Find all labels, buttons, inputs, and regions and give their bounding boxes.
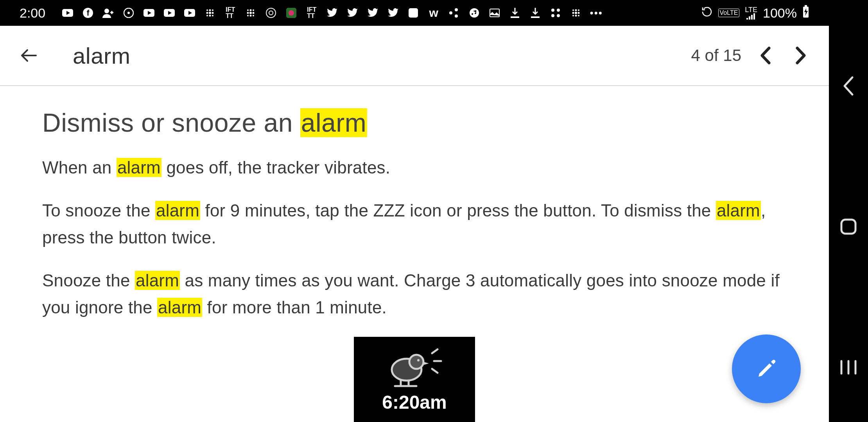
svg-rect-59 — [753, 13, 755, 20]
grid-icon — [550, 7, 561, 19]
svg-text:f: f — [87, 9, 90, 17]
prev-result-button[interactable] — [755, 45, 777, 66]
svg-point-29 — [250, 15, 252, 17]
svg-point-34 — [289, 10, 294, 16]
svg-rect-35 — [409, 8, 418, 18]
status-time: 2:00 — [20, 5, 45, 21]
lte-indicator: LTE — [745, 6, 757, 20]
svg-point-53 — [572, 15, 574, 16]
svg-point-23 — [250, 9, 252, 11]
svg-point-65 — [417, 359, 420, 361]
flower-icon — [285, 7, 297, 19]
article-paragraph: Snooze the alarm as many times as you wa… — [42, 267, 787, 321]
twitter-icon — [326, 7, 338, 19]
device-preview-image: 6:20am — [354, 337, 475, 422]
svg-point-46 — [557, 14, 560, 17]
status-notification-icons: f IFTTT IFTTT w — [62, 7, 602, 19]
volte-indicator: VoLTE — [718, 9, 740, 17]
nav-back-button[interactable] — [837, 74, 860, 98]
wattpad-icon: w — [428, 7, 439, 19]
svg-point-55 — [578, 15, 579, 16]
svg-rect-61 — [805, 5, 807, 7]
svg-point-13 — [206, 9, 208, 11]
article-heading: Dismiss or snooze an alarm — [42, 108, 787, 138]
svg-point-44 — [557, 9, 560, 12]
fitbit-icon — [204, 7, 216, 19]
svg-point-14 — [209, 9, 211, 11]
svg-point-6 — [127, 12, 130, 14]
share-icon — [448, 7, 460, 19]
image-icon — [489, 7, 500, 19]
svg-point-43 — [551, 9, 554, 12]
nav-recents-button[interactable] — [837, 356, 860, 379]
svg-point-39 — [470, 8, 479, 18]
search-input[interactable]: alarm — [73, 43, 131, 69]
svg-rect-66 — [841, 220, 855, 234]
svg-point-21 — [212, 15, 213, 16]
fitbit-icon — [570, 7, 582, 19]
battery-percent: 100% — [763, 5, 797, 21]
highlight: alarm — [716, 201, 761, 220]
twitter-icon — [387, 7, 399, 19]
svg-rect-57 — [749, 16, 750, 20]
svg-rect-56 — [746, 18, 748, 20]
ifttt-icon: IFTTT — [224, 7, 236, 19]
edit-fab-button[interactable] — [732, 334, 801, 403]
svg-point-49 — [578, 9, 579, 11]
svg-point-28 — [247, 15, 249, 16]
svg-point-31 — [266, 8, 276, 18]
svg-point-52 — [578, 12, 580, 14]
youtube-icon — [143, 7, 155, 19]
system-nav-bar — [829, 0, 868, 422]
article-content[interactable]: Dismiss or snooze an alarm When an alarm… — [0, 86, 829, 422]
result-counter: 4 of 15 — [691, 46, 741, 65]
svg-rect-41 — [511, 16, 519, 18]
youtube-icon — [163, 7, 175, 19]
nav-home-button[interactable] — [837, 215, 860, 238]
twitter-icon — [346, 7, 358, 19]
highlight: alarm — [117, 158, 161, 177]
svg-point-30 — [253, 15, 254, 16]
rotate-icon — [701, 5, 713, 21]
status-bar: 2:00 f IFTTT IFTTT w — [0, 0, 829, 26]
back-button[interactable] — [14, 40, 45, 71]
svg-point-48 — [575, 9, 577, 11]
music-icon — [468, 7, 480, 19]
svg-point-37 — [455, 8, 458, 11]
highlight: alarm — [155, 201, 200, 220]
download-icon — [529, 7, 541, 19]
svg-point-50 — [572, 12, 574, 14]
svg-point-27 — [253, 12, 255, 14]
pencil-icon — [755, 358, 777, 380]
highlight: alarm — [157, 298, 202, 317]
svg-point-16 — [206, 12, 208, 14]
svg-point-54 — [575, 15, 577, 17]
svg-point-20 — [209, 15, 211, 17]
youtube-icon — [62, 7, 74, 19]
ifttt-icon: IFTTT — [306, 7, 317, 19]
svg-point-17 — [209, 12, 211, 14]
youtube-icon — [184, 7, 195, 19]
twitter-icon — [367, 7, 378, 19]
next-result-button[interactable] — [790, 45, 812, 66]
highlight: alarm — [300, 108, 368, 137]
svg-point-38 — [455, 14, 458, 18]
search-header: alarm 4 of 15 — [0, 26, 829, 86]
svg-point-64 — [409, 355, 423, 369]
svg-point-18 — [212, 12, 214, 14]
svg-point-19 — [206, 15, 208, 16]
svg-point-26 — [249, 12, 252, 14]
battery-charging-icon — [802, 5, 809, 21]
download-icon — [509, 7, 521, 19]
fitbit-icon — [245, 7, 256, 19]
pinterest-icon — [123, 7, 135, 19]
svg-point-24 — [253, 9, 254, 11]
more-icon: ••• — [590, 7, 602, 19]
svg-rect-42 — [531, 16, 540, 18]
svg-point-15 — [212, 9, 213, 11]
svg-rect-58 — [751, 15, 753, 20]
article-paragraph: To snooze the alarm for 9 minutes, tap t… — [42, 197, 787, 251]
svg-point-47 — [572, 9, 574, 11]
app-icon — [407, 7, 419, 19]
svg-point-25 — [247, 12, 249, 14]
